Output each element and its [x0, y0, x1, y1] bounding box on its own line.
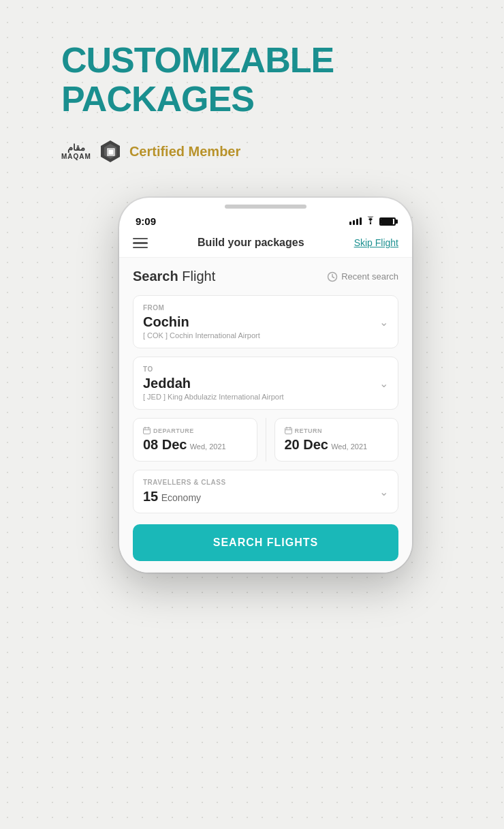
to-field-content: TO Jeddah [ JED ] King Abdulaziz Interna…: [143, 365, 284, 401]
from-label: FROM: [143, 304, 260, 312]
travellers-chevron-icon: ⌄: [379, 485, 388, 498]
status-icons: [349, 216, 396, 226]
status-time: 9:09: [136, 215, 156, 227]
to-sub: [ JED ] King Abdulaziz International Air…: [143, 393, 284, 401]
date-divider: [266, 418, 266, 462]
status-bar: 9:09: [119, 209, 412, 231]
calendar-return-icon: [285, 427, 292, 434]
hamburger-menu[interactable]: [133, 238, 148, 249]
from-city: Cochin: [143, 314, 260, 330]
return-card[interactable]: RETURN 20 Dec Wed, 2021: [274, 418, 399, 462]
departure-date: 08 Dec Wed, 2021: [143, 437, 247, 453]
svg-rect-5: [144, 428, 151, 434]
svg-rect-9: [285, 428, 292, 434]
to-field[interactable]: TO Jeddah [ JED ] King Abdulaziz Interna…: [133, 357, 398, 410]
departure-card[interactable]: DEPARTURE 08 Dec Wed, 2021: [133, 418, 257, 462]
from-field-content: FROM Cochin [ COK ] Cochin International…: [143, 304, 260, 340]
travellers-count: 15: [143, 489, 158, 504]
headline-line1: CUSTOMIZABLE: [61, 41, 470, 80]
departure-day: Wed, 2021: [190, 442, 226, 451]
travellers-value-row: 15 Economy: [143, 489, 226, 504]
search-header: Search Flight Recent search: [133, 269, 398, 284]
from-chevron-icon: ⌄: [379, 316, 388, 329]
travellers-content: TRAVELLERS & CLASS 15 Economy: [143, 479, 226, 504]
return-date: 20 Dec Wed, 2021: [285, 437, 389, 453]
svg-text:▣: ▣: [106, 146, 114, 157]
travellers-card[interactable]: TRAVELLERS & CLASS 15 Economy ⌄: [133, 470, 398, 513]
from-sub: [ COK ] Cochin International Airport: [143, 331, 260, 340]
return-day: Wed, 2021: [331, 442, 367, 451]
nav-title: Build your packages: [198, 237, 304, 249]
certified-label: Certified Member: [129, 144, 240, 160]
battery-icon: [379, 217, 396, 226]
maqam-logo: مقام MAQAM: [61, 142, 91, 160]
page-content: CUSTOMIZABLE PACKAGES مقام MAQAM ▣ Certi…: [0, 0, 504, 600]
headline-line2: PACKAGES: [61, 80, 470, 119]
wifi-icon: [365, 216, 376, 226]
skip-flight-button[interactable]: Skip Flight: [354, 237, 398, 248]
to-city: Jeddah: [143, 376, 284, 391]
maqam-english-text: MAQAM: [61, 153, 91, 160]
recent-search-label: Recent search: [341, 271, 398, 282]
headline: CUSTOMIZABLE PACKAGES: [61, 41, 470, 119]
search-flights-button[interactable]: SEARCH FLIGHTS: [133, 524, 398, 561]
to-chevron-icon: ⌄: [379, 377, 388, 390]
certified-row: مقام MAQAM ▣ Certified Member: [61, 139, 470, 164]
departure-label: DEPARTURE: [143, 427, 247, 434]
from-field[interactable]: FROM Cochin [ COK ] Cochin International…: [133, 295, 398, 348]
return-label: RETURN: [285, 427, 389, 434]
search-title: Search Flight: [133, 269, 215, 284]
phone-mockup: 9:09: [119, 198, 412, 573]
recent-search[interactable]: Recent search: [327, 271, 398, 282]
travellers-label: TRAVELLERS & CLASS: [143, 479, 226, 486]
recent-search-icon: [327, 271, 338, 282]
svg-point-3: [370, 223, 371, 224]
phone-wrapper: 9:09: [61, 198, 470, 573]
search-section: Search Flight Recent search FROM Coc: [119, 258, 412, 573]
signal-bars-icon: [349, 217, 362, 225]
maqam-arabic-text: مقام: [67, 142, 85, 153]
hex-icon: ▣: [98, 139, 123, 164]
to-label: TO: [143, 365, 284, 373]
calendar-icon: [143, 427, 151, 434]
travellers-class-text: Economy: [161, 492, 201, 503]
date-row: DEPARTURE 08 Dec Wed, 2021: [133, 418, 398, 462]
top-nav: Build your packages Skip Flight: [119, 231, 412, 258]
